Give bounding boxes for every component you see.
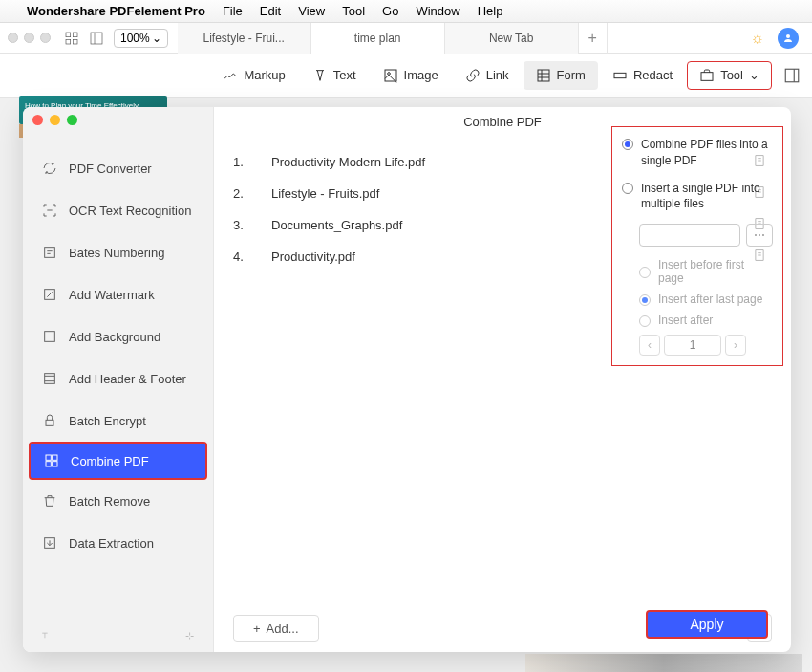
option-label: Combine PDF files into a single PDF xyxy=(641,137,773,169)
maximize-button[interactable] xyxy=(67,115,77,125)
add-label: Add... xyxy=(267,621,299,636)
radio-icon[interactable] xyxy=(639,267,651,278)
option-label: Insert before first page xyxy=(658,258,773,285)
svg-rect-2 xyxy=(66,39,71,44)
minimize-button[interactable] xyxy=(50,115,60,125)
convert-icon xyxy=(42,161,57,176)
bates-icon xyxy=(42,245,57,260)
option-combine[interactable]: Combine PDF files into a single PDF xyxy=(622,137,773,169)
markup-button[interactable]: Markup xyxy=(210,61,297,90)
page-stepper: ‹ 1 › xyxy=(639,335,773,356)
sidebar-item-label: PDF Converter xyxy=(69,162,152,176)
background-document-image xyxy=(525,654,802,672)
sidebar-item-pdf-converter[interactable]: PDF Converter xyxy=(23,147,213,189)
redact-icon xyxy=(612,68,628,83)
menu-view[interactable]: View xyxy=(298,4,325,18)
watermark-icon xyxy=(42,287,57,302)
redact-label: Redact xyxy=(633,68,673,82)
radio-icon[interactable] xyxy=(639,315,651,327)
svg-point-6 xyxy=(786,34,790,38)
tab-time-plan[interactable]: time plan xyxy=(311,23,445,54)
step-up-button[interactable]: › xyxy=(725,335,746,356)
grid-view-icon[interactable] xyxy=(64,31,79,46)
sidebar-item-extract[interactable]: Data Extraction xyxy=(23,522,213,564)
combine-icon xyxy=(44,453,59,468)
page-number-input[interactable]: 1 xyxy=(664,335,721,356)
sidebar-item-bates[interactable]: Bates Numbering xyxy=(23,231,213,273)
sidebar-item-background[interactable]: Add Background xyxy=(23,315,213,358)
step-down-button[interactable]: ‹ xyxy=(639,335,660,356)
user-avatar[interactable] xyxy=(778,28,799,49)
sidebar-item-headerfooter[interactable]: Add Header & Footer xyxy=(23,358,213,400)
tab-new[interactable]: New Tab xyxy=(445,23,579,54)
option-label: Insert after last page xyxy=(658,293,762,306)
text-label: Text xyxy=(333,68,356,82)
file-path-input[interactable] xyxy=(639,224,740,247)
zoom-dropdown[interactable]: 100% ⌄ xyxy=(114,29,168,48)
sidebar-item-label: Add Header & Footer xyxy=(69,372,186,386)
svg-rect-15 xyxy=(785,69,799,82)
footer-marker-left: ⸆ xyxy=(42,630,48,642)
radio-checked-icon[interactable] xyxy=(639,294,651,306)
new-tab-button[interactable]: + xyxy=(579,23,608,54)
menu-edit[interactable]: Edit xyxy=(260,4,281,18)
form-button[interactable]: Form xyxy=(524,61,598,90)
view-controls xyxy=(64,31,104,46)
file-number: 3. xyxy=(233,218,271,232)
svg-rect-4 xyxy=(91,33,102,44)
menu-window[interactable]: Window xyxy=(416,4,459,18)
add-file-button[interactable]: + Add... xyxy=(233,615,319,642)
tool-dropdown-button[interactable]: Tool ⌄ xyxy=(687,61,772,90)
traffic-dot[interactable] xyxy=(24,33,34,43)
option-insert-after[interactable]: Insert after xyxy=(639,314,773,327)
sidebar-toggle-icon[interactable] xyxy=(89,31,104,46)
menu-file[interactable]: File xyxy=(223,4,243,18)
hint-bulb-icon[interactable]: ☼ xyxy=(750,30,764,47)
radio-checked-icon[interactable] xyxy=(622,139,633,150)
traffic-dot[interactable] xyxy=(8,33,18,43)
traffic-dot[interactable] xyxy=(40,33,51,43)
redact-button[interactable]: Redact xyxy=(600,61,685,90)
tab-lifestyle[interactable]: Lifestyle - Frui... xyxy=(178,23,311,54)
svg-rect-17 xyxy=(45,248,55,258)
svg-rect-7 xyxy=(385,70,396,81)
combine-options-panel: Combine PDF files into a single PDF Inse… xyxy=(611,126,783,366)
modal-main-panel: Combine PDF 1. Productivity Modern Life.… xyxy=(214,107,791,652)
extract-icon xyxy=(42,535,57,551)
menu-help[interactable]: Help xyxy=(478,4,503,18)
text-button[interactable]: Text xyxy=(300,61,369,90)
svg-rect-27 xyxy=(53,462,57,466)
window-controls-inactive xyxy=(8,33,51,43)
sidebar-item-encrypt[interactable]: Batch Encrypt xyxy=(23,400,213,442)
apply-label: Apply xyxy=(690,617,723,632)
app-name[interactable]: Wondershare PDFelement Pro xyxy=(27,4,205,18)
sidebar-item-label: Add Watermark xyxy=(69,288,155,302)
sidebar-item-ocr[interactable]: OCR Text Recognition xyxy=(23,189,213,231)
menu-go[interactable]: Go xyxy=(382,4,398,18)
sidebar-item-watermark[interactable]: Add Watermark xyxy=(23,273,213,315)
background-icon xyxy=(42,329,57,344)
lock-icon xyxy=(42,413,57,428)
panel-toggle-icon[interactable] xyxy=(783,67,801,84)
svg-rect-3 xyxy=(73,39,77,44)
radio-icon[interactable] xyxy=(622,183,633,194)
toolbox-icon xyxy=(699,68,715,83)
option-insert-after-last[interactable]: Insert after last page xyxy=(639,293,773,306)
option-label: Insert a single PDF into multiple files xyxy=(641,181,773,213)
menu-tool[interactable]: Tool xyxy=(342,4,365,18)
option-insert[interactable]: Insert a single PDF into multiple files xyxy=(622,181,773,213)
option-insert-before[interactable]: Insert before first page xyxy=(639,258,773,285)
sidebar-item-label: Bates Numbering xyxy=(69,246,164,260)
ocr-icon xyxy=(42,203,57,218)
sidebar-item-remove[interactable]: Batch Remove xyxy=(23,480,213,522)
svg-rect-19 xyxy=(45,332,55,342)
macos-menubar: Wondershare PDFelement Pro File Edit Vie… xyxy=(0,0,812,23)
document-tabs: Lifestyle - Frui... time plan New Tab + xyxy=(178,23,737,54)
image-button[interactable]: Image xyxy=(371,61,451,90)
svg-rect-14 xyxy=(701,72,713,80)
link-button[interactable]: Link xyxy=(453,61,522,90)
browse-button[interactable]: ⋯ xyxy=(746,224,773,247)
sidebar-item-combine[interactable]: Combine PDF xyxy=(29,442,207,480)
close-button[interactable] xyxy=(32,115,43,125)
apply-button[interactable]: Apply xyxy=(646,610,768,639)
